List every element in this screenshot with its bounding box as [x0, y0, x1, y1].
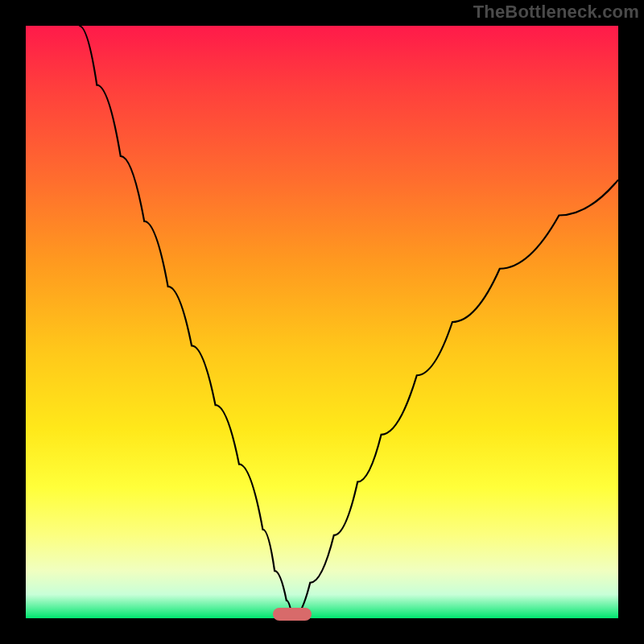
chart-frame: TheBottleneck.com [0, 0, 644, 644]
plot-area [26, 26, 618, 618]
curve-layer [26, 26, 618, 618]
watermark: TheBottleneck.com [473, 2, 639, 23]
curve-path [79, 26, 618, 618]
minimum-marker [273, 608, 312, 621]
